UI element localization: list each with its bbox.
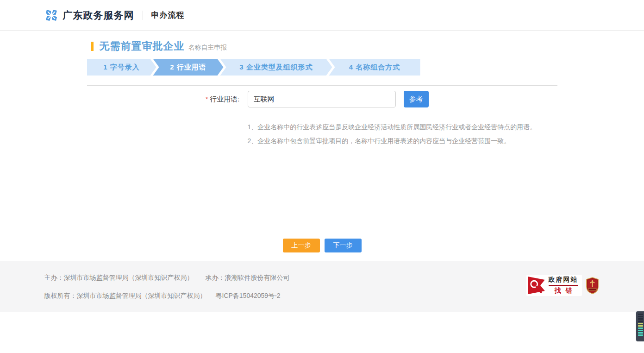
step-2-industry-term[interactable]: 2 行业用语 <box>153 59 224 76</box>
widget-stripe <box>638 316 643 317</box>
error-badge-text: 政府网站 找错 <box>549 276 578 295</box>
content-divider <box>87 85 557 86</box>
step-4-label: 4 名称组合方式 <box>349 63 400 72</box>
widget-stripe <box>638 330 643 331</box>
step-3-enterprise-type[interactable]: 3 企业类型及组织形式 <box>220 59 332 76</box>
industry-term-label-text: 行业用语: <box>210 95 239 103</box>
footer-host-text: 主办：深圳市市场监督管理局（深圳市知识产权局） <box>44 274 194 281</box>
step-3-label: 3 企业类型及组织形式 <box>239 63 313 72</box>
widget-stripe <box>638 328 643 329</box>
footer: 主办：深圳市市场监督管理局（深圳市知识产权局）承办：浪潮软件股份有限公司 版权所… <box>0 261 644 312</box>
industry-term-form-row: *行业用语: 参考 <box>87 91 557 107</box>
next-step-button[interactable]: 下一步 <box>325 239 362 252</box>
wizard-actions: 上一步 下一步 <box>87 239 557 252</box>
widget-stripe <box>638 325 643 327</box>
widget-stripe <box>638 323 643 324</box>
header: 广东政务服务网 申办流程 <box>0 0 644 31</box>
step-wizard: 1 字号录入 2 行业用语 3 企业类型及组织形式 4 名称组合方式 <box>87 59 420 76</box>
title-accent-bar <box>91 42 94 51</box>
footer-icp-text: 粤ICP备15042059号-2 <box>216 292 281 299</box>
red-shield-emblem-icon[interactable] <box>586 277 599 294</box>
site-logo-icon[interactable] <box>44 8 58 22</box>
footer-undertake-text: 承办：浪潮软件股份有限公司 <box>206 274 290 281</box>
reference-button[interactable]: 参考 <box>404 91 429 107</box>
widget-stripe <box>638 321 643 322</box>
header-container: 广东政务服务网 申办流程 <box>44 0 600 30</box>
error-badge-line2: 找错 <box>549 287 578 295</box>
widget-stripe <box>638 318 643 320</box>
industry-term-input[interactable] <box>248 91 396 107</box>
main-content: 无需前置审批企业 名称自主申报 1 字号录入 2 行业用语 3 企业类型及组织形… <box>0 31 644 261</box>
hint-line-1: 1、企业名称中的行业表述应当是反映企业经济活动性质所属国民经济行业或者企业经营特… <box>248 122 557 132</box>
error-badge-line1: 政府网站 <box>549 276 578 286</box>
step-4-name-combination[interactable]: 4 名称组合方式 <box>329 59 420 76</box>
widget-stripe <box>638 332 643 334</box>
footer-copyright-text: 版权所有：深圳市市场监督管理局（深圳市知识产权局） <box>44 292 206 299</box>
footer-line-1: 主办：深圳市市场监督管理局（深圳市知识产权局）承办：浪潮软件股份有限公司 <box>44 274 600 282</box>
footer-container: 主办：深圳市市场监督管理局（深圳市知识产权局）承办：浪潮软件股份有限公司 版权所… <box>44 261 600 312</box>
footer-line-2: 版权所有：深圳市市场监督管理局（深圳市知识产权局）粤ICP备15042059号-… <box>44 292 600 300</box>
step-2-label: 2 行业用语 <box>170 63 206 72</box>
content-container: 无需前置审批企业 名称自主申报 1 字号录入 2 行业用语 3 企业类型及组织形… <box>87 31 557 252</box>
hint-list: 1、企业名称中的行业表述应当是反映企业经济活动性质所属国民经济行业或者企业经营特… <box>248 122 557 145</box>
widget-stripe <box>638 314 643 315</box>
page-title: 无需前置审批企业 <box>100 39 185 53</box>
industry-term-label: *行业用语: <box>87 95 240 104</box>
step-1-company-name-entry[interactable]: 1 字号录入 <box>87 59 156 76</box>
required-asterisk: * <box>206 95 208 103</box>
header-divider <box>143 11 143 20</box>
footer-text-lines: 主办：深圳市市场监督管理局（深圳市知识产权局）承办：浪潮软件股份有限公司 版权所… <box>44 261 600 300</box>
page-title-row: 无需前置审批企业 名称自主申报 <box>87 40 557 53</box>
step-1-label: 1 字号录入 <box>103 63 140 72</box>
hint-line-2: 2、企业名称中包含前置审批项目的，名称中行业用语表述的内容应当与企业经营范围一致… <box>248 136 557 145</box>
previous-step-button[interactable]: 上一步 <box>283 239 320 252</box>
header-section-title: 申办流程 <box>151 10 185 20</box>
widget-stripe <box>638 334 643 336</box>
edge-widget-color-indicator[interactable] <box>636 311 644 341</box>
footer-badges: 政府网站 找错 <box>526 275 599 296</box>
website-error-report-badge[interactable]: 政府网站 找错 <box>526 275 582 296</box>
magnifier-flag-icon <box>527 275 547 296</box>
site-name: 广东政务服务网 <box>63 9 134 22</box>
page-subtitle: 名称自主申报 <box>188 44 227 52</box>
